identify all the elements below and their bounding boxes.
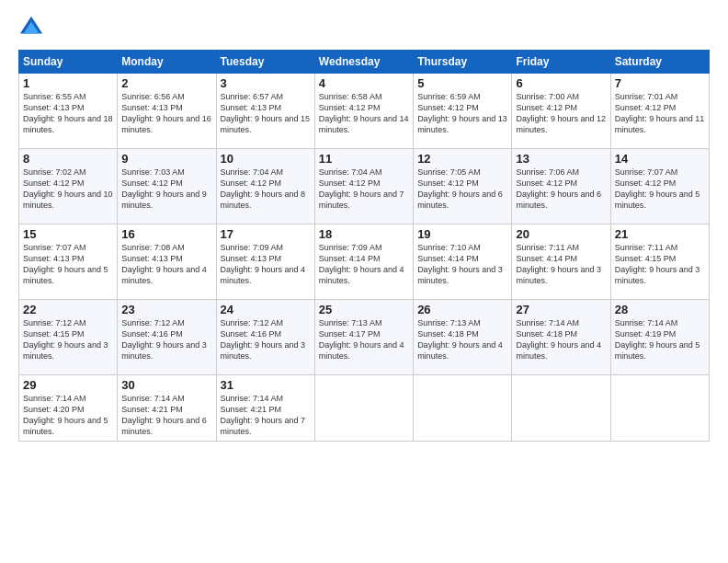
page: SundayMondayTuesdayWednesdayThursdayFrid… [0,0,728,563]
day-info: Sunrise: 6:55 AM Sunset: 4:13 PM Dayligh… [23,91,113,136]
weekday-header-wednesday: Wednesday [314,51,413,74]
day-number: 5 [417,76,507,90]
calendar-cell: 23 Sunrise: 7:12 AM Sunset: 4:16 PM Dayl… [118,300,216,375]
weekday-header-thursday: Thursday [414,51,512,74]
calendar-cell: 10 Sunrise: 7:04 AM Sunset: 4:12 PM Dayl… [216,149,314,224]
calendar-cell: 22 Sunrise: 7:12 AM Sunset: 4:15 PM Dayl… [19,300,118,375]
day-info: Sunrise: 7:14 AM Sunset: 4:19 PM Dayligh… [615,317,705,362]
day-info: Sunrise: 7:13 AM Sunset: 4:17 PM Dayligh… [319,317,409,362]
calendar-cell: 2 Sunrise: 6:56 AM Sunset: 4:13 PM Dayli… [118,74,216,149]
calendar-cell: 29 Sunrise: 7:14 AM Sunset: 4:20 PM Dayl… [19,375,118,442]
weekday-header-sunday: Sunday [19,51,118,74]
day-number: 30 [121,378,211,392]
week-row-3: 15 Sunrise: 7:07 AM Sunset: 4:13 PM Dayl… [19,224,710,300]
day-number: 6 [516,76,606,90]
calendar-cell: 8 Sunrise: 7:02 AM Sunset: 4:12 PM Dayli… [19,149,118,224]
day-info: Sunrise: 7:09 AM Sunset: 4:14 PM Dayligh… [319,242,409,287]
calendar-table: SundayMondayTuesdayWednesdayThursdayFrid… [18,50,710,442]
day-info: Sunrise: 7:04 AM Sunset: 4:12 PM Dayligh… [319,167,409,212]
week-row-2: 8 Sunrise: 7:02 AM Sunset: 4:12 PM Dayli… [19,149,710,224]
weekday-header-friday: Friday [512,51,610,74]
day-number: 9 [121,152,211,166]
day-info: Sunrise: 7:11 AM Sunset: 4:14 PM Dayligh… [516,242,606,287]
calendar-cell: 28 Sunrise: 7:14 AM Sunset: 4:19 PM Dayl… [610,300,709,375]
day-info: Sunrise: 7:00 AM Sunset: 4:12 PM Dayligh… [516,91,606,136]
calendar-cell: 3 Sunrise: 6:57 AM Sunset: 4:13 PM Dayli… [216,74,314,149]
calendar-cell [610,375,709,442]
day-info: Sunrise: 6:56 AM Sunset: 4:13 PM Dayligh… [121,91,211,136]
day-number: 15 [23,227,113,241]
day-number: 28 [615,303,705,316]
day-number: 3 [221,76,311,90]
day-number: 12 [417,152,507,166]
logo [18,15,46,40]
day-info: Sunrise: 7:04 AM Sunset: 4:12 PM Dayligh… [221,167,311,212]
day-number: 10 [221,152,311,166]
calendar-cell: 4 Sunrise: 6:58 AM Sunset: 4:12 PM Dayli… [314,74,413,149]
day-number: 16 [121,227,211,241]
week-row-1: 1 Sunrise: 6:55 AM Sunset: 4:13 PM Dayli… [19,74,710,149]
weekday-header-saturday: Saturday [610,51,709,74]
day-number: 24 [221,303,311,316]
header [18,15,710,40]
weekday-header-monday: Monday [118,51,216,74]
day-info: Sunrise: 7:01 AM Sunset: 4:12 PM Dayligh… [615,91,705,136]
day-info: Sunrise: 7:14 AM Sunset: 4:20 PM Dayligh… [23,393,113,438]
calendar-cell [512,375,610,442]
day-number: 14 [615,152,705,166]
day-info: Sunrise: 7:12 AM Sunset: 4:15 PM Dayligh… [23,317,113,362]
day-number: 29 [23,378,113,392]
day-info: Sunrise: 7:02 AM Sunset: 4:12 PM Dayligh… [23,167,113,212]
calendar-cell: 13 Sunrise: 7:06 AM Sunset: 4:12 PM Dayl… [512,149,610,224]
day-number: 4 [319,76,409,90]
calendar-cell: 20 Sunrise: 7:11 AM Sunset: 4:14 PM Dayl… [512,224,610,300]
calendar-cell [314,375,413,442]
weekday-header-row: SundayMondayTuesdayWednesdayThursdayFrid… [19,51,710,74]
day-number: 2 [121,76,211,90]
day-info: Sunrise: 7:13 AM Sunset: 4:18 PM Dayligh… [417,317,507,362]
day-info: Sunrise: 7:09 AM Sunset: 4:13 PM Dayligh… [221,242,311,287]
calendar-cell [414,375,512,442]
day-info: Sunrise: 7:14 AM Sunset: 4:21 PM Dayligh… [221,393,311,438]
calendar-cell: 24 Sunrise: 7:12 AM Sunset: 4:16 PM Dayl… [216,300,314,375]
calendar-cell: 31 Sunrise: 7:14 AM Sunset: 4:21 PM Dayl… [216,375,314,442]
day-info: Sunrise: 7:12 AM Sunset: 4:16 PM Dayligh… [221,317,311,362]
day-info: Sunrise: 6:58 AM Sunset: 4:12 PM Dayligh… [319,91,409,136]
day-number: 20 [516,227,606,241]
calendar-cell: 26 Sunrise: 7:13 AM Sunset: 4:18 PM Dayl… [414,300,512,375]
logo-icon [18,15,44,40]
day-info: Sunrise: 7:07 AM Sunset: 4:12 PM Dayligh… [615,167,705,212]
day-number: 25 [319,303,409,316]
calendar-cell: 25 Sunrise: 7:13 AM Sunset: 4:17 PM Dayl… [314,300,413,375]
day-info: Sunrise: 7:03 AM Sunset: 4:12 PM Dayligh… [121,167,211,212]
calendar-cell: 11 Sunrise: 7:04 AM Sunset: 4:12 PM Dayl… [314,149,413,224]
calendar-cell: 15 Sunrise: 7:07 AM Sunset: 4:13 PM Dayl… [19,224,118,300]
day-info: Sunrise: 7:07 AM Sunset: 4:13 PM Dayligh… [23,242,113,287]
day-info: Sunrise: 6:59 AM Sunset: 4:12 PM Dayligh… [417,91,507,136]
calendar-cell: 14 Sunrise: 7:07 AM Sunset: 4:12 PM Dayl… [610,149,709,224]
calendar-cell: 12 Sunrise: 7:05 AM Sunset: 4:12 PM Dayl… [414,149,512,224]
day-number: 1 [23,76,113,90]
calendar-cell: 5 Sunrise: 6:59 AM Sunset: 4:12 PM Dayli… [414,74,512,149]
calendar-cell: 30 Sunrise: 7:14 AM Sunset: 4:21 PM Dayl… [118,375,216,442]
day-number: 21 [615,227,705,241]
calendar-cell: 17 Sunrise: 7:09 AM Sunset: 4:13 PM Dayl… [216,224,314,300]
day-number: 19 [417,227,507,241]
calendar-cell: 1 Sunrise: 6:55 AM Sunset: 4:13 PM Dayli… [19,74,118,149]
day-info: Sunrise: 7:10 AM Sunset: 4:14 PM Dayligh… [417,242,507,287]
calendar-cell: 21 Sunrise: 7:11 AM Sunset: 4:15 PM Dayl… [610,224,709,300]
calendar-cell: 6 Sunrise: 7:00 AM Sunset: 4:12 PM Dayli… [512,74,610,149]
day-number: 22 [23,303,113,316]
day-number: 17 [221,227,311,241]
day-info: Sunrise: 7:14 AM Sunset: 4:21 PM Dayligh… [121,393,211,438]
week-row-4: 22 Sunrise: 7:12 AM Sunset: 4:15 PM Dayl… [19,300,710,375]
day-number: 27 [516,303,606,316]
calendar-cell: 27 Sunrise: 7:14 AM Sunset: 4:18 PM Dayl… [512,300,610,375]
day-number: 18 [319,227,409,241]
day-number: 23 [121,303,211,316]
calendar-cell: 7 Sunrise: 7:01 AM Sunset: 4:12 PM Dayli… [610,74,709,149]
weekday-header-tuesday: Tuesday [216,51,314,74]
calendar-cell: 16 Sunrise: 7:08 AM Sunset: 4:13 PM Dayl… [118,224,216,300]
calendar-cell: 18 Sunrise: 7:09 AM Sunset: 4:14 PM Dayl… [314,224,413,300]
day-info: Sunrise: 7:14 AM Sunset: 4:18 PM Dayligh… [516,317,606,362]
